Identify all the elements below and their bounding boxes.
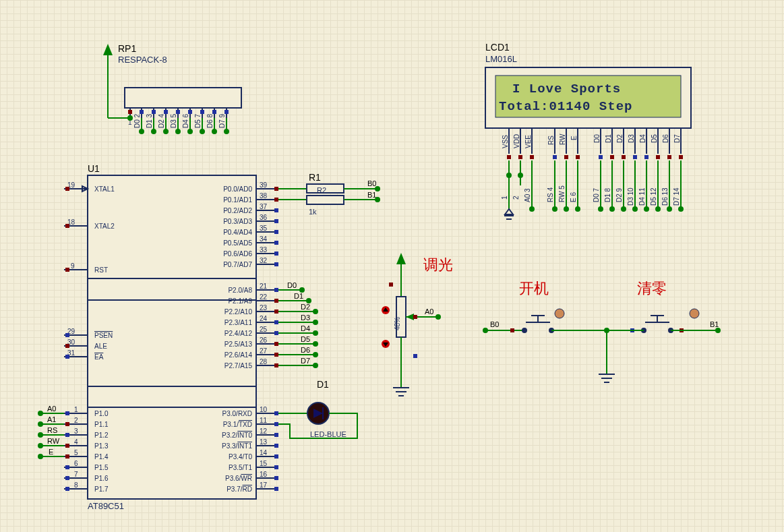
svg-text:LCD1: LCD1 xyxy=(485,42,510,53)
svg-rect-224 xyxy=(274,433,278,437)
svg-text:2: 2 xyxy=(74,417,78,424)
svg-rect-355 xyxy=(679,155,683,159)
svg-text:22: 22 xyxy=(260,293,268,301)
component-R1[interactable]: B0 B1 R1 R2 1k xyxy=(278,172,380,216)
button-actuator-icon[interactable] xyxy=(555,309,564,318)
svg-point-7 xyxy=(127,115,133,121)
svg-text:D0: D0 xyxy=(287,281,297,289)
svg-text:B0: B0 xyxy=(490,320,499,328)
svg-text:XTAL2: XTAL2 xyxy=(94,223,115,230)
svg-text:VEE: VEE xyxy=(524,135,532,148)
svg-text:D5: D5 xyxy=(651,134,658,143)
svg-text:28: 28 xyxy=(260,358,268,365)
svg-text:D1: D1 xyxy=(605,134,612,143)
svg-text:6: 6 xyxy=(74,460,78,467)
button-actuator-icon[interactable] xyxy=(690,309,699,318)
component-pot[interactable]: 调光 48% A0 xyxy=(382,253,453,396)
svg-text:P3.0/RXD: P3.0/RXD xyxy=(222,410,252,417)
svg-rect-73 xyxy=(65,344,69,348)
svg-text:RST: RST xyxy=(94,266,108,274)
svg-text:3: 3 xyxy=(74,427,78,435)
svg-point-46 xyxy=(224,129,229,134)
svg-text:D6 13: D6 13 xyxy=(661,187,669,206)
svg-rect-140 xyxy=(274,219,278,223)
svg-rect-352 xyxy=(667,155,671,159)
svg-rect-136 xyxy=(274,208,278,212)
svg-point-377 xyxy=(575,206,580,212)
svg-text:23: 23 xyxy=(260,304,268,312)
svg-rect-240 xyxy=(274,476,278,480)
svg-text:34: 34 xyxy=(260,235,268,243)
component-button-2[interactable]: 清零 B1 xyxy=(607,280,721,333)
svg-text:1: 1 xyxy=(501,196,508,200)
svg-text:RS 4: RS 4 xyxy=(547,187,554,202)
svg-rect-251 xyxy=(307,196,344,204)
svg-text:D3 5: D3 5 xyxy=(170,113,177,128)
svg-rect-34 xyxy=(200,110,204,114)
svg-rect-88 xyxy=(65,422,69,426)
svg-text:A0: A0 xyxy=(47,405,56,413)
svg-point-90 xyxy=(38,421,43,427)
rp1-output-pins: D0 2 D1 3 D2 4 D3 5 D4 6 D5 7 D6 8 D7 9 xyxy=(133,108,229,134)
svg-text:调光: 调光 xyxy=(423,256,453,273)
svg-text:D7: D7 xyxy=(673,134,681,143)
svg-text:D2: D2 xyxy=(616,134,624,143)
svg-text:D0 7: D0 7 xyxy=(593,187,600,202)
svg-text:B1: B1 xyxy=(367,191,376,199)
svg-text:10: 10 xyxy=(260,406,268,413)
svg-point-83 xyxy=(38,411,43,416)
svg-text:D5 12: D5 12 xyxy=(650,187,657,206)
svg-text:D1 3: D1 3 xyxy=(146,113,153,128)
svg-text:D4: D4 xyxy=(301,324,310,332)
svg-point-204 xyxy=(313,352,318,357)
svg-text:P3.6/WR: P3.6/WR xyxy=(225,475,252,482)
svg-text:P3.2/INT0: P3.2/INT0 xyxy=(222,432,252,439)
svg-text:P1.1: P1.1 xyxy=(94,421,109,428)
svg-rect-152 xyxy=(274,252,278,256)
component-D1[interactable]: D1 LED-BLUE xyxy=(278,379,357,438)
svg-text:32: 32 xyxy=(260,257,268,264)
svg-point-392 xyxy=(644,206,649,212)
svg-text:D4: D4 xyxy=(639,134,646,143)
svg-text:A0 3: A0 3 xyxy=(524,188,531,202)
svg-text:25: 25 xyxy=(260,326,268,333)
svg-rect-319 xyxy=(518,155,522,159)
svg-rect-232 xyxy=(274,454,278,459)
svg-text:17: 17 xyxy=(260,481,268,489)
component-RP1[interactable]: RP1 RESPACK-8 1 xyxy=(103,43,241,126)
component-LCD1[interactable]: LCD1 LM016L I Love Sports Total:01140 St… xyxy=(485,42,691,128)
schematic-canvas: RP1 RESPACK-8 1 D0 2 D1 3 D2 4 D3 5 D4 6… xyxy=(0,0,784,532)
svg-text:D3: D3 xyxy=(628,134,635,143)
svg-rect-202 xyxy=(274,353,278,357)
svg-rect-325 xyxy=(553,155,557,159)
svg-rect-57 xyxy=(65,187,69,191)
svg-point-211 xyxy=(313,363,318,368)
svg-text:A1: A1 xyxy=(47,415,56,423)
svg-text:P0.2/AD2: P0.2/AD2 xyxy=(223,207,252,214)
svg-text:D7 9: D7 9 xyxy=(218,113,226,128)
svg-point-401 xyxy=(678,206,684,212)
component-button-1[interactable]: 开机 B0 xyxy=(483,280,607,333)
svg-rect-2 xyxy=(128,110,132,114)
svg-text:P0.3/AD3: P0.3/AD3 xyxy=(223,218,252,225)
svg-text:9: 9 xyxy=(71,262,75,270)
svg-rect-328 xyxy=(564,155,568,159)
svg-text:26: 26 xyxy=(260,336,268,344)
svg-text:RW: RW xyxy=(47,437,60,445)
svg-text:P1.4: P1.4 xyxy=(94,453,109,461)
svg-rect-61 xyxy=(65,224,69,228)
rp1-part: RESPACK-8 xyxy=(118,55,167,65)
svg-rect-69 xyxy=(65,333,69,337)
svg-point-11 xyxy=(139,129,144,134)
svg-rect-216 xyxy=(274,411,278,415)
svg-point-374 xyxy=(564,206,569,212)
svg-rect-209 xyxy=(274,363,278,367)
svg-rect-39 xyxy=(212,110,216,114)
svg-rect-116 xyxy=(65,465,69,469)
svg-text:D2: D2 xyxy=(301,303,310,311)
svg-point-363 xyxy=(529,206,535,212)
svg-point-26 xyxy=(175,129,181,134)
svg-point-197 xyxy=(313,341,318,347)
svg-text:27: 27 xyxy=(260,347,268,355)
svg-marker-6 xyxy=(103,44,113,55)
